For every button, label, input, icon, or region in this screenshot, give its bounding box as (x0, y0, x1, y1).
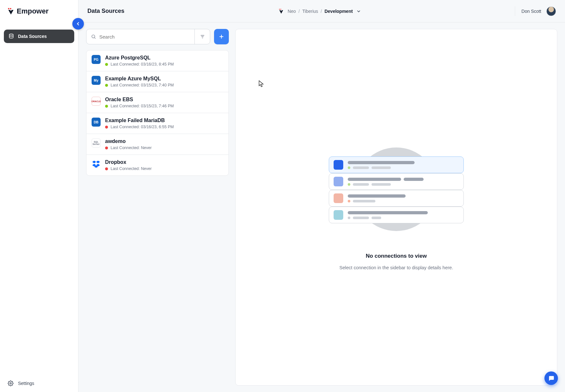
data-source-item[interactable]: MyExample Azure MySQLLast Connected: 03/… (86, 71, 229, 92)
data-source-list: PGAzure PostgreSQLLast Connected: 03/16/… (86, 50, 229, 176)
detail-panel: No connections to view Select connection… (235, 29, 557, 386)
sidebar-item-settings[interactable]: Settings (0, 375, 78, 392)
gear-icon (8, 380, 13, 386)
svg-point-6 (92, 35, 95, 38)
empty-subtitle: Select connection in the sidebar to disp… (339, 265, 453, 270)
empty-state: No connections to view Select connection… (326, 144, 467, 270)
plus-icon (218, 33, 225, 40)
sidebar-nav: Data Sources (0, 22, 78, 375)
data-source-item[interactable]: DropboxLast Connected: Never (86, 155, 229, 175)
breadcrumb-separator: / (299, 9, 300, 14)
data-source-item[interactable]: SQL ServerawdemoLast Connected: Never (86, 134, 229, 155)
svg-rect-4 (279, 9, 280, 10)
data-source-name: Dropbox (105, 159, 223, 165)
sidebar-item-label: Data Sources (18, 34, 47, 39)
last-connected-text: Last Connected: 03/16/23, 6:55 PM (111, 125, 174, 129)
chevron-left-icon (75, 21, 81, 27)
add-data-source-button[interactable] (214, 29, 229, 44)
status-dot (105, 84, 108, 87)
azure-my-icon: My (92, 76, 101, 85)
status-dot (105, 105, 108, 108)
chat-icon (548, 375, 554, 381)
filter-button[interactable] (194, 29, 210, 44)
sidebar-item-data-sources[interactable]: Data Sources (4, 30, 74, 43)
data-source-item[interactable]: ORACLEOracle EBSLast Connected: 03/15/23… (86, 92, 229, 113)
empower-mark-icon (278, 8, 284, 14)
svg-rect-1 (10, 8, 11, 9)
data-source-status: Last Connected: 03/16/23, 8:45 PM (105, 62, 223, 67)
dropbox-icon (92, 159, 101, 168)
mariadb-icon: DB (92, 118, 101, 127)
data-source-item[interactable]: PGAzure PostgreSQLLast Connected: 03/16/… (86, 50, 229, 71)
breadcrumb-project: Tiberius (302, 9, 318, 14)
page-title: Data Sources (87, 8, 124, 14)
data-source-name: Example Azure MySQL (105, 76, 223, 82)
sidebar: Empower Data Sources Settings (0, 0, 78, 392)
oracle-icon: ORACLE (92, 97, 101, 106)
breadcrumb-env: Development (325, 9, 353, 14)
svg-point-3 (10, 383, 12, 384)
data-source-status: Last Connected: 03/16/23, 6:55 PM (105, 125, 223, 129)
search-icon (91, 34, 96, 39)
svg-rect-0 (8, 8, 9, 9)
data-source-status: Last Connected: Never (105, 146, 223, 150)
data-source-item[interactable]: DBExample Failed MariaDBLast Connected: … (86, 113, 229, 134)
svg-line-7 (94, 38, 95, 39)
empty-title: No connections to view (366, 253, 427, 259)
empty-illustration (326, 144, 467, 234)
filter-icon (200, 34, 205, 39)
data-source-name: Example Failed MariaDB (105, 118, 223, 123)
last-connected-text: Last Connected: 03/15/23, 7:46 PM (111, 104, 174, 108)
breadcrumb-org: Neo (288, 9, 296, 14)
data-source-list-panel: PGAzure PostgreSQLLast Connected: 03/16/… (86, 29, 229, 386)
topbar: Data Sources Neo / Tiberius / Developmen… (78, 0, 565, 22)
last-connected-text: Last Connected: 03/16/23, 8:45 PM (111, 62, 174, 67)
last-connected-text: Last Connected: Never (111, 166, 152, 171)
svg-rect-5 (280, 9, 281, 10)
data-source-status: Last Connected: 03/15/23, 7:46 PM (105, 104, 223, 108)
data-source-status: Last Connected: 03/15/23, 7:40 PM (105, 83, 223, 87)
data-source-name: awdemo (105, 138, 223, 144)
chat-button[interactable] (544, 371, 558, 385)
avatar[interactable] (546, 6, 556, 16)
last-connected-text: Last Connected: 03/15/23, 7:40 PM (111, 83, 174, 87)
chevron-down-icon (356, 9, 361, 14)
collapse-sidebar-button[interactable] (72, 18, 84, 30)
last-connected-text: Last Connected: Never (111, 146, 152, 150)
breadcrumb-separator: / (321, 9, 322, 14)
azure-pg-icon: PG (92, 55, 101, 64)
sqlserver-icon: SQL Server (92, 138, 101, 147)
search-input[interactable] (99, 29, 190, 44)
data-source-name: Azure PostgreSQL (105, 55, 223, 61)
breadcrumb[interactable]: Neo / Tiberius / Development (124, 8, 515, 14)
status-dot (105, 63, 108, 66)
svg-point-2 (9, 34, 13, 36)
empower-logo-icon (7, 7, 15, 15)
database-icon (8, 33, 14, 39)
status-dot (105, 126, 108, 129)
user-name[interactable]: Don Scott (522, 9, 541, 14)
search-box (86, 29, 210, 44)
data-source-status: Last Connected: Never (105, 166, 223, 171)
status-dot (105, 167, 108, 170)
brand-logo[interactable]: Empower (0, 0, 78, 22)
settings-label: Settings (18, 381, 34, 386)
brand-name: Empower (17, 7, 49, 15)
status-dot (105, 147, 108, 149)
data-source-name: Oracle EBS (105, 97, 223, 102)
